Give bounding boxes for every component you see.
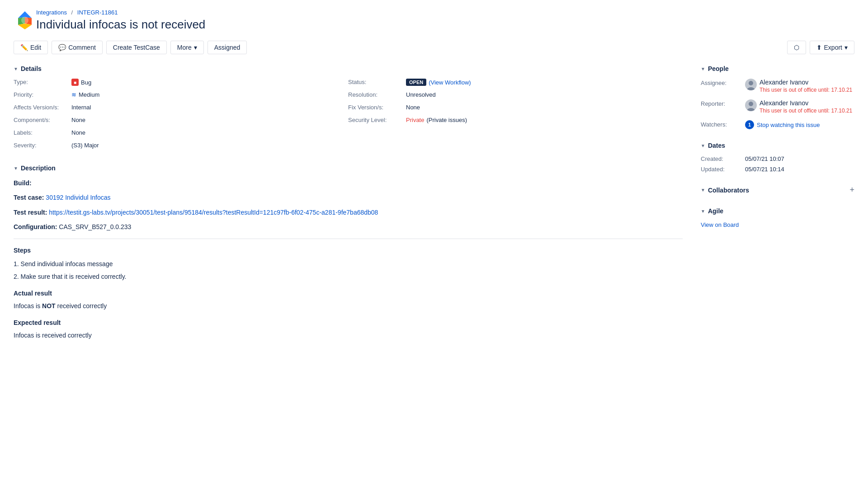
people-section-header[interactable]: ▼ People bbox=[701, 65, 854, 72]
details-section-header[interactable]: ▼ Details bbox=[14, 65, 683, 72]
export-button[interactable]: ⬆ Export ▾ bbox=[810, 41, 854, 54]
export-icon: ⬆ bbox=[816, 44, 822, 51]
component-field: Component/s: None bbox=[14, 117, 348, 127]
edit-icon: ✏️ bbox=[20, 44, 28, 51]
reporter-name[interactable]: Alexander Ivanov bbox=[760, 99, 852, 107]
assignee-row: Assignee: Alexander Ivanov This user is … bbox=[701, 79, 854, 93]
fix-version-field: Fix Version/s: None bbox=[348, 104, 683, 114]
reporter-row: Reporter: Alexander Ivanov This user is … bbox=[701, 99, 854, 114]
agile-section: ▼ Agile View on Board bbox=[701, 207, 854, 228]
view-workflow-link[interactable]: (View Workflow) bbox=[429, 79, 471, 86]
severity-field: Severity: (S3) Major bbox=[14, 142, 348, 152]
labels-field: Labels: None bbox=[14, 129, 348, 139]
details-left-col: Type: ■ Bug Priority: ≋ Medium bbox=[14, 79, 348, 152]
people-toggle-icon: ▼ bbox=[701, 66, 705, 71]
watchers-row: Watchers: 1 Stop watching this issue bbox=[701, 120, 854, 129]
breadcrumb-current[interactable]: INTEGR-11861 bbox=[77, 9, 118, 16]
actual-result-prefix: Infocas is bbox=[14, 302, 42, 310]
assigned-button[interactable]: Assigned bbox=[208, 41, 247, 54]
component-label: Component/s: bbox=[14, 117, 68, 123]
dates-section-header[interactable]: ▼ Dates bbox=[701, 142, 854, 149]
description-toggle-icon: ▼ bbox=[14, 166, 18, 171]
description-section-title: Description bbox=[21, 164, 56, 172]
more-button[interactable]: More ▾ bbox=[170, 41, 204, 54]
breadcrumb-parent[interactable]: Integrations bbox=[36, 9, 67, 16]
details-right-col: Status: OPEN (View Workflow) Resolution:… bbox=[348, 79, 683, 152]
share-icon: ⬡ bbox=[794, 44, 799, 51]
created-label: Created: bbox=[701, 155, 741, 162]
chevron-down-icon: ▾ bbox=[194, 44, 197, 51]
updated-row: Updated: 05/07/21 10:14 bbox=[701, 166, 854, 173]
assignee-name[interactable]: Alexander Ivanov bbox=[760, 79, 852, 86]
resolution-field: Resolution: Unresolved bbox=[348, 91, 683, 101]
page-title: Individual infocas is not received bbox=[36, 18, 205, 32]
status-badge[interactable]: OPEN bbox=[406, 79, 426, 86]
expected-result-title: Expected result bbox=[14, 318, 683, 328]
fix-version-label: Fix Version/s: bbox=[348, 104, 402, 111]
watchers-info: 1 Stop watching this issue bbox=[745, 120, 820, 129]
status-field: Status: OPEN (View Workflow) bbox=[348, 79, 683, 89]
reporter-out-of-office: This user is out of office until: 17.10.… bbox=[760, 108, 852, 114]
test-result-link[interactable]: https://testit.gs-labs.tv/projects/30051… bbox=[49, 209, 378, 216]
description-content: Build: Test case: 30192 Individul Infoca… bbox=[14, 178, 683, 340]
app-logo bbox=[14, 9, 36, 32]
status-label: Status: bbox=[348, 79, 402, 85]
test-case-link[interactable]: 30192 Individul Infocas bbox=[46, 194, 110, 201]
step-2: 2. Make sure that it is received correct… bbox=[14, 272, 683, 282]
edit-button[interactable]: ✏️ Edit bbox=[14, 41, 48, 54]
severity-value: (S3) Major bbox=[71, 142, 99, 149]
collaborators-toggle-icon: ▼ bbox=[701, 188, 705, 192]
priority-icon: ≋ bbox=[71, 91, 76, 98]
collaborators-section-title-row[interactable]: ▼ Collaborators bbox=[701, 187, 749, 194]
expected-result-text: Infocas is received correctly bbox=[14, 330, 683, 340]
comment-button[interactable]: 💬 Comment bbox=[52, 41, 103, 54]
type-value: ■ Bug bbox=[71, 79, 91, 86]
description-section-header[interactable]: ▼ Description bbox=[14, 164, 683, 172]
watchers-count-badge: 1 bbox=[745, 120, 754, 129]
assignee-user-info: Alexander Ivanov This user is out of off… bbox=[760, 79, 852, 93]
bug-icon: ■ bbox=[71, 79, 79, 86]
reporter-info: Alexander Ivanov This user is out of off… bbox=[745, 99, 852, 114]
test-case-line: Test case: 30192 Individul Infocas bbox=[14, 192, 683, 202]
details-grid: Type: ■ Bug Priority: ≋ Medium bbox=[14, 79, 683, 152]
status-value: OPEN (View Workflow) bbox=[406, 79, 471, 86]
add-collaborator-button[interactable]: + bbox=[849, 185, 854, 195]
agile-section-title: Agile bbox=[708, 207, 723, 215]
toolbar-right: ⬡ ⬆ Export ▾ bbox=[787, 41, 854, 54]
stop-watching-link[interactable]: Stop watching this issue bbox=[757, 122, 820, 128]
resolution-value: Unresolved bbox=[406, 91, 436, 98]
create-testcase-button[interactable]: Create TestCase bbox=[106, 41, 167, 54]
component-value: None bbox=[71, 117, 85, 123]
security-label: Security Level: bbox=[348, 117, 402, 123]
updated-value: 05/07/21 10:14 bbox=[745, 166, 784, 173]
reporter-avatar bbox=[745, 99, 757, 111]
assignee-info: Alexander Ivanov This user is out of off… bbox=[745, 79, 852, 93]
created-value: 05/07/21 10:07 bbox=[745, 155, 784, 162]
updated-label: Updated: bbox=[701, 166, 741, 173]
assignee-label: Assignee: bbox=[701, 79, 741, 86]
details-section: ▼ Details Type: ■ Bug Priority: bbox=[14, 65, 683, 152]
breadcrumb: Integrations / INTEGR-11861 bbox=[36, 9, 205, 16]
details-toggle-icon: ▼ bbox=[14, 66, 18, 71]
agile-section-header[interactable]: ▼ Agile bbox=[701, 207, 854, 215]
dates-section: ▼ Dates Created: 05/07/21 10:07 Updated:… bbox=[701, 142, 854, 173]
resolution-label: Resolution: bbox=[348, 91, 402, 98]
share-button[interactable]: ⬡ bbox=[787, 41, 806, 54]
collaborators-header: ▼ Collaborators + bbox=[701, 185, 854, 195]
configuration-label: Configuration: bbox=[14, 223, 57, 230]
toolbar: ✏️ Edit 💬 Comment Create TestCase More ▾… bbox=[14, 41, 854, 54]
breadcrumb-separator: / bbox=[71, 9, 73, 16]
reporter-user-info: Alexander Ivanov This user is out of off… bbox=[760, 99, 852, 114]
security-suffix: (Private issues) bbox=[426, 117, 467, 123]
chevron-down-icon: ▾ bbox=[844, 44, 848, 51]
svg-point-9 bbox=[749, 102, 753, 106]
view-on-board-link[interactable]: View on Board bbox=[701, 221, 739, 228]
svg-point-4 bbox=[21, 17, 28, 24]
main-layout: ▼ Details Type: ■ Bug Priority: bbox=[14, 65, 854, 353]
steps-title: Steps bbox=[14, 245, 683, 255]
dates-section-title: Dates bbox=[708, 142, 725, 149]
actual-result-text: Infocas is NOT received correctly bbox=[14, 301, 683, 311]
labels-label: Labels: bbox=[14, 129, 68, 136]
private-link[interactable]: Private bbox=[406, 117, 424, 123]
svg-point-6 bbox=[749, 81, 753, 85]
